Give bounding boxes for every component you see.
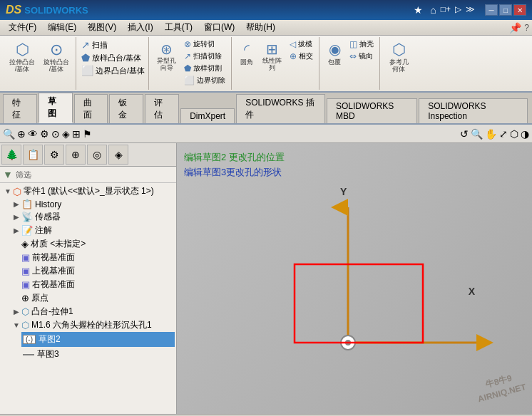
viewport: 编辑草图2 更改孔的位置 编辑草图3更改孔的形状 Y X [177, 143, 532, 414]
front-plane-label: 前视基准面 [32, 251, 75, 264]
loft-button[interactable]: ⬟ 放样凸台/基体 [81, 51, 145, 64]
x-axis-label: X [469, 286, 475, 297]
fit-icon[interactable]: ⤢ [499, 128, 508, 140]
menu-edit[interactable]: 编辑(E) [42, 20, 82, 35]
tab-dimxpert[interactable]: DimXpert [180, 108, 235, 123]
ribbon-group-extra: ◉ 包覆 ◫ 抽壳 ⇔ 镜向 [321, 37, 380, 90]
config-button[interactable]: ⚙ [44, 145, 64, 165]
ref-geo-label: 参考几何体 [389, 59, 409, 73]
menu-file[interactable]: 文件(F) [3, 20, 42, 35]
sketch3-item[interactable]: 草图3 [21, 347, 175, 362]
revolve-cut-button[interactable]: ⊗ 旋转切 [181, 38, 228, 50]
settings-icon[interactable]: ⚙ [40, 128, 49, 140]
tree-item-origin[interactable]: ⊕ 原点 [1, 291, 175, 305]
section-icon[interactable]: ◑ [521, 128, 529, 140]
sketch2-item[interactable]: (-) 草图2 [21, 332, 175, 347]
menu-view[interactable]: 视图(V) [82, 20, 122, 35]
menu-tools[interactable]: 工具(T) [159, 20, 198, 35]
eye-icon[interactable]: 👁 [28, 128, 38, 140]
display-icon[interactable]: ⬡ [510, 128, 518, 140]
tab-evaluate[interactable]: 评估 [145, 94, 179, 123]
round-button[interactable]: ◜ 圆角 [236, 38, 257, 74]
mirror-button[interactable]: ⇔ 镜向 [347, 51, 377, 62]
tree-item-front-plane[interactable]: ▣ 前视基准面 [1, 251, 175, 264]
left-toolbar: 🌲 📋 ⚙ ⊕ ◎ ◈ [0, 143, 176, 167]
m16-expand-icon[interactable]: ▼ [11, 321, 21, 329]
border-button[interactable]: ⬜ 边界凸台/基体 [81, 64, 145, 77]
root-expand-icon[interactable]: ▼ [3, 187, 13, 195]
tree-item-history[interactable]: ▶ 📋 History [1, 198, 175, 210]
wrap-button[interactable]: ◉ 包覆 [324, 38, 345, 69]
menu-bar: 文件(F) 编辑(E) 视图(V) 插入(I) 工具(T) 窗口(W) 帮助(H… [0, 20, 532, 36]
sensor-expand-icon[interactable]: ▶ [11, 213, 21, 221]
tree-item-right-plane[interactable]: ▣ 右视基准面 [1, 278, 175, 291]
tree-item-boss[interactable]: ▶ ⬡ 凸台-拉伸1 [1, 305, 175, 318]
magnify-icon[interactable]: ⊕ [17, 128, 26, 140]
tree-item-sensor[interactable]: ▶ 📡 传感器 [1, 210, 175, 224]
ribbon-group-extrude: ⬡ 拉伸凸台/基体 ⊙ 旋转凸台/基体 [3, 37, 76, 90]
loft-cut-button[interactable]: ⬟ 放样切割 [181, 63, 228, 74]
tool-icon-2[interactable]: ◈ [62, 128, 70, 140]
annotation-expand-icon[interactable]: ▶ [11, 227, 21, 234]
watermark: 牛8牛9 AIRNIQ.NET [473, 370, 527, 405]
menu-window[interactable]: 窗口(W) [198, 20, 240, 35]
grid-icon[interactable]: ⊞ [72, 128, 81, 140]
annotation-icon: 📝 [21, 225, 33, 236]
m16-label: M1.6 六角头握栓的柱形沉头孔1 [31, 319, 152, 331]
ref-geo-button[interactable]: ⬡ 参考几何体 [384, 38, 413, 76]
history-expand-icon[interactable]: ▶ [11, 200, 21, 208]
special-hole-label: 异型孔向导 [157, 58, 176, 72]
loft-cut-label: 放样切割 [193, 63, 222, 73]
revolve-boss-button[interactable]: ⊙ 旋转凸台/基体 [40, 38, 73, 76]
center-button[interactable]: ⊕ [66, 145, 86, 165]
filter-icon[interactable]: ▼ [3, 169, 13, 180]
special-hole-button[interactable]: ⊛ 异型孔向导 [153, 38, 180, 86]
linear-array-button[interactable]: ⊞ 线性阵列 [259, 38, 285, 74]
maximize-button[interactable]: □ [499, 4, 512, 16]
home-icon: ⌂ [430, 4, 436, 16]
property-button[interactable]: 📋 [23, 145, 43, 165]
rotate-view-icon[interactable]: ↺ [460, 128, 469, 140]
scan-remove-button[interactable]: ↗ 扫描切除 [181, 51, 228, 62]
close-button[interactable]: ✕ [513, 4, 526, 16]
feature-tree: ▼ ⬡ 零件1 (默认<<默认>_显示状态 1>) ▶ 📋 History ▶ … [0, 183, 176, 414]
tree-root[interactable]: ▼ ⬡ 零件1 (默认<<默认>_显示状态 1>) [1, 184, 175, 198]
tab-sketch[interactable]: 草图 [39, 93, 73, 123]
history-icon: 📋 [21, 199, 33, 209]
menu-help[interactable]: 帮助(H) [240, 20, 281, 35]
shell-button[interactable]: ◫ 抽壳 [347, 38, 377, 50]
tree-item-material[interactable]: ◈ 材质 <未指定> [1, 237, 175, 251]
tab-features[interactable]: 特征 [3, 94, 37, 123]
menu-insert[interactable]: 插入(I) [122, 20, 158, 35]
tab-sw-addins[interactable]: SOLIDWORKS 插件 [236, 94, 325, 123]
pan-icon[interactable]: ✋ [485, 128, 497, 140]
zoom-icon[interactable]: 🔍 [471, 128, 483, 140]
tree-item-annotation[interactable]: ▶ 📝 注解 [1, 224, 175, 237]
minimize-button[interactable]: ─ [485, 4, 498, 16]
tab-sw-mbd[interactable]: SOLIDWORKS MBD [327, 98, 417, 123]
intersect-button[interactable]: ⊕ 相交 [287, 51, 316, 62]
tab-surface[interactable]: 曲面 [74, 94, 108, 123]
ribbon-group-cut: ⊛ 异型孔向导 ⊗ 旋转切 ↗ 扫描切除 ⬟ 放样切割 [150, 37, 232, 90]
custom-button[interactable]: ◈ [108, 145, 128, 165]
boss-expand-icon[interactable]: ▶ [11, 308, 21, 316]
border-cut-button[interactable]: ⬜ 边界切除 [181, 75, 228, 86]
ribbon-group-scan: ↗ 扫描 ⬟ 放样凸台/基体 ⬜ 边界凸台/基体 [78, 37, 149, 90]
feature-tree-button[interactable]: 🌲 [1, 145, 21, 165]
tab-sw-inspection[interactable]: SOLIDWORKS Inspection [419, 98, 528, 123]
sketch3-box [23, 354, 34, 355]
target-icon[interactable]: ⊙ [51, 128, 60, 140]
history-label: History [35, 199, 61, 209]
tree-item-m16[interactable]: ▼ ⬡ M1.6 六角头握栓的柱形沉头孔1 [1, 318, 175, 332]
top-plane-label: 上视基准面 [32, 265, 75, 277]
app-logo: DS SOLIDWORKS [6, 4, 88, 16]
flag-icon[interactable]: ⚑ [83, 128, 92, 140]
draft-button[interactable]: ◁ 拔模 [287, 38, 316, 50]
search-icon[interactable]: 🔍 [3, 128, 15, 140]
tab-sheet-metal[interactable]: 钣金 [109, 94, 143, 123]
tree-item-top-plane[interactable]: ▣ 上视基准面 [1, 264, 175, 278]
scan-button[interactable]: ↗ 扫描 [81, 38, 145, 51]
appearance-button[interactable]: ◎ [87, 145, 107, 165]
extrude-boss-button[interactable]: ⬡ 拉伸凸台/基体 [6, 38, 39, 76]
intersect-icon: ⊕ [290, 51, 297, 61]
